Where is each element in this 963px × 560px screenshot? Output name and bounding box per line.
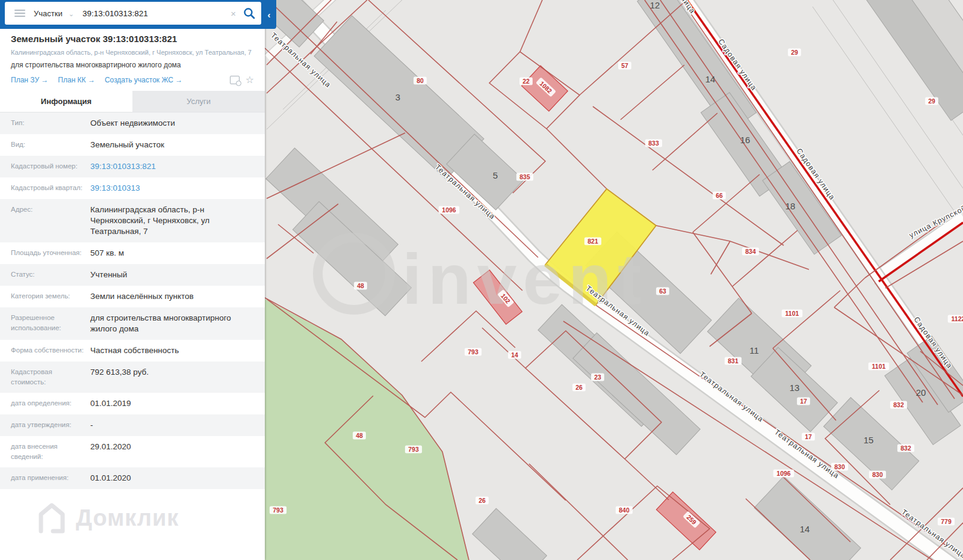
- building-number-label: 5: [493, 170, 498, 180]
- parcel-number-label: 1101: [782, 310, 803, 318]
- svg-text:834: 834: [745, 248, 756, 255]
- row-label: дата внесения сведений:: [0, 442, 90, 462]
- building-number-label: 15: [864, 435, 874, 445]
- svg-text:833: 833: [648, 140, 659, 147]
- row-value: Учтенный: [90, 269, 135, 280]
- svg-text:57: 57: [621, 62, 628, 69]
- row-label: Вид:: [0, 140, 90, 150]
- row-value: 01.01.2019: [90, 398, 140, 409]
- parcel-number-label: 793: [405, 446, 422, 454]
- info-row: Категория земель:Земли населённых пункто…: [0, 286, 265, 307]
- parcel-number-label: 831: [725, 357, 742, 365]
- row-value-link[interactable]: 39:13:010313:821: [90, 161, 164, 172]
- parcel-number-label: 1096: [773, 470, 794, 478]
- building-number-label: 20: [916, 387, 926, 398]
- row-label: Кадастровый квартал:: [0, 183, 90, 194]
- parcel-link-0[interactable]: План ЗУ →: [11, 76, 48, 84]
- parcel-number-label: 1101: [869, 363, 890, 371]
- row-value: Земли населённых пунктов: [90, 291, 202, 302]
- building-number-label: 18: [785, 201, 796, 211]
- row-label: Статус:: [0, 269, 90, 280]
- row-label: Площадь уточненная:: [0, 248, 90, 259]
- svg-text:793: 793: [408, 446, 419, 453]
- row-label: Форма собственности:: [0, 345, 90, 356]
- svg-text:835: 835: [519, 173, 530, 180]
- plan-preview-icon[interactable]: [230, 76, 240, 84]
- parcel-number-label: 17: [802, 433, 815, 441]
- info-row: Кадастровый номер:39:13:010313:821: [0, 156, 265, 177]
- parcel-number-label: 1096: [439, 206, 460, 214]
- svg-text:22: 22: [522, 78, 530, 85]
- row-value: -: [90, 420, 102, 431]
- parcel-number-label: 66: [713, 192, 726, 200]
- parcel-number-label: 834: [742, 248, 759, 256]
- svg-text:63: 63: [659, 288, 666, 295]
- svg-text:840: 840: [619, 506, 630, 514]
- search-box[interactable]: Участки ⌄ ×: [5, 2, 261, 25]
- favorite-star-icon[interactable]: ☆: [246, 75, 254, 85]
- search-input[interactable]: [82, 9, 231, 18]
- tab-information[interactable]: Информация: [0, 91, 132, 112]
- info-row: дата утверждения:-: [0, 414, 265, 436]
- search-category-select[interactable]: Участки: [34, 9, 63, 18]
- svg-text:779: 779: [941, 518, 952, 525]
- parcel-number-label: 793: [270, 506, 286, 514]
- row-value: для строительства многоквартирного жилог…: [90, 313, 265, 334]
- parcel-number-label: 22: [519, 78, 533, 85]
- building-number-label: 11: [749, 345, 759, 355]
- svg-text:1101: 1101: [872, 363, 886, 370]
- row-value: Калининградская область, р-н Черняховски…: [90, 205, 265, 237]
- cadastral-app: invent Театральная улицаТеатральная улиц…: [0, 0, 963, 560]
- parcel-title: Земельный участок 39:13:010313:821: [11, 34, 254, 44]
- info-row: Адрес:Калининградская область, р-н Черня…: [0, 199, 265, 242]
- building-number-label: 14: [800, 524, 810, 534]
- parcel-number-label: 840: [616, 506, 633, 514]
- row-label: Разрешенное использование:: [0, 313, 90, 334]
- domclick-logo-text: Домклик: [76, 505, 179, 531]
- parcel-link-2[interactable]: Создать участок ЖС →: [105, 76, 182, 84]
- info-row: Кадастровая стоимость:792 613,38 руб.: [0, 362, 265, 393]
- parcel-number-label: 80: [413, 77, 427, 85]
- parcel-link-1[interactable]: План КК →: [58, 76, 95, 84]
- map-viewport[interactable]: invent Театральная улицаТеатральная улиц…: [265, 0, 963, 560]
- row-label: Тип:: [0, 118, 90, 129]
- row-value: 792 613,38 руб.: [90, 367, 157, 387]
- collapse-panel-button[interactable]: ‹: [264, 0, 274, 29]
- row-value-link[interactable]: 39:13:010313: [90, 183, 149, 194]
- info-row: Тип:Объект недвижимости: [0, 112, 265, 134]
- parcel-number-label: 48: [353, 432, 366, 440]
- parcel-number-label: 26: [475, 497, 489, 505]
- svg-text:831: 831: [728, 357, 739, 365]
- domclick-house-icon: [36, 501, 67, 535]
- chevron-down-icon[interactable]: ⌄: [69, 10, 74, 18]
- building-number-label: 12: [650, 0, 660, 10]
- info-row: дата внесения сведений:29.01.2020: [0, 436, 265, 467]
- cadastral-map[interactable]: invent Театральная улицаТеатральная улиц…: [265, 0, 963, 560]
- parcel-number-label: 29: [925, 97, 938, 105]
- parcel-number-label: 29: [788, 49, 801, 57]
- info-row: Вид:Земельный участок: [0, 134, 265, 156]
- search-icon[interactable]: [243, 7, 255, 19]
- svg-text:29: 29: [791, 49, 798, 56]
- svg-text:1122: 1122: [952, 315, 963, 322]
- info-row: дата применения:01.01.2020: [0, 467, 265, 489]
- svg-text:17: 17: [805, 433, 812, 440]
- svg-text:1101: 1101: [785, 310, 799, 317]
- parcel-number-label: 835: [516, 173, 533, 181]
- menu-icon[interactable]: [14, 10, 25, 17]
- svg-text:66: 66: [716, 192, 723, 199]
- row-label: дата утверждения:: [0, 420, 90, 431]
- clear-search-icon[interactable]: ×: [231, 8, 236, 19]
- parcel-number-label: 23: [591, 374, 604, 381]
- svg-text:832: 832: [900, 445, 911, 452]
- parcel-number-label: 57: [618, 62, 631, 70]
- svg-text:1096: 1096: [776, 470, 791, 477]
- svg-text:26: 26: [575, 384, 583, 391]
- row-value: Частная собственность: [90, 345, 187, 356]
- svg-text:17: 17: [800, 398, 807, 405]
- parcel-number-label: 63: [656, 288, 669, 295]
- info-row: дата определения:01.01.2019: [0, 393, 265, 414]
- tab-services[interactable]: Услуги: [132, 91, 265, 112]
- svg-text:48: 48: [356, 432, 363, 439]
- parcel-attributes: Тип:Объект недвижимостиВид:Земельный уча…: [0, 112, 265, 489]
